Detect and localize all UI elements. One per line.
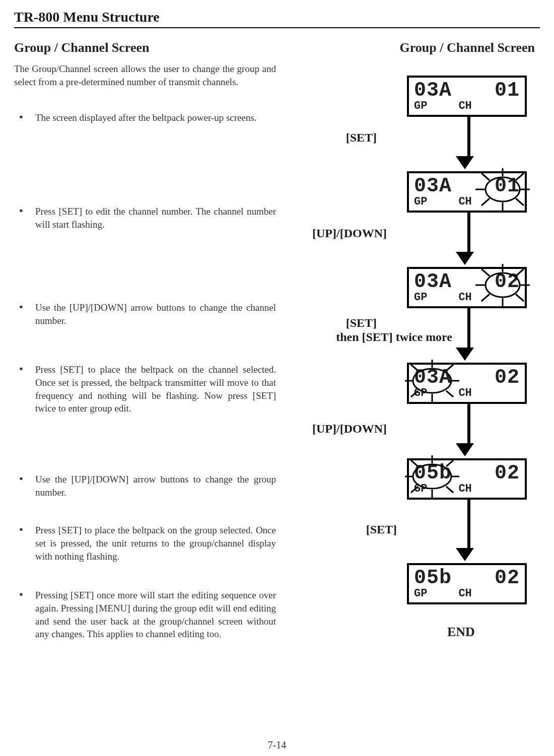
lcd2-gp-label: GP	[414, 196, 427, 208]
bullet-3: Use the [UP]/[DOWN] arrow buttons to cha…	[14, 301, 276, 327]
right-title: Group / Channel Screen	[296, 40, 540, 55]
lcd-screen-6: 05b02 GPCH	[407, 563, 527, 604]
arrow-2	[463, 213, 474, 265]
columns: Group / Channel Screen The Group/Channel…	[14, 38, 540, 720]
lcd-screen-4: 03A02 GPCH	[407, 363, 527, 404]
arrow-1-label: [SET]	[316, 131, 377, 145]
arrow-3-label-a: [SET]	[281, 316, 377, 330]
lcd1-ch: 01	[495, 81, 520, 101]
bullet-2: Press [SET] to edit the channel number. …	[14, 205, 276, 231]
lcd2-ch: 01	[495, 176, 520, 196]
bullet-4: Press [SET] to place the beltpack on the…	[14, 363, 276, 415]
lcd5-ch-label: CH	[458, 484, 471, 495]
bullet-6: Press [SET] to place the beltpack on the…	[14, 524, 276, 563]
lcd2-group: 03A	[414, 176, 452, 196]
lcd2-ch-label: CH	[458, 196, 471, 208]
lcd3-ch-label: CH	[458, 292, 471, 303]
bullet-1: The screen displayed after the beltpack …	[14, 111, 276, 124]
arrow-2-label: [UP]/[DOWN]	[286, 227, 387, 240]
lcd4-gp-label: GP	[414, 388, 427, 399]
lcd-screen-5: 05b02 GPCH	[407, 458, 527, 500]
lcd5-ch: 02	[495, 463, 520, 484]
lcd-screen-3: 03A02 GPCH	[407, 267, 527, 308]
end-label: END	[447, 625, 475, 640]
left-column: Group / Channel Screen The Group/Channel…	[14, 38, 276, 720]
lcd3-group: 03A	[414, 272, 452, 292]
lcd6-ch: 02	[495, 568, 520, 588]
lcd4-ch: 02	[495, 368, 520, 388]
lcd3-ch: 02	[495, 272, 520, 292]
lcd5-group: 05b	[414, 463, 452, 484]
arrow-3-label-b: then [SET] twice more	[271, 330, 452, 344]
lcd6-group: 05b	[414, 568, 452, 588]
arrow-3	[463, 308, 474, 361]
arrow-5-label: [SET]	[336, 523, 397, 536]
lcd5-gp-label: GP	[414, 484, 427, 495]
flow-diagram: 03A01 GPCH [SET] 03A01 GPCH	[296, 76, 540, 720]
page-header: TR-800 Menu Structure	[14, 9, 160, 25]
lcd6-gp-label: GP	[414, 588, 427, 599]
bullet-7: Pressing [SET] once more will start the …	[14, 589, 276, 641]
arrow-4-label: [UP]/[DOWN]	[286, 422, 387, 436]
lcd1-gp-label: GP	[414, 101, 427, 112]
intro-paragraph: The Group/Channel screen allows the user…	[14, 62, 276, 88]
page-number: 7-14	[0, 739, 554, 751]
lcd-screen-2: 03A01 GPCH	[407, 171, 527, 213]
lcd4-ch-label: CH	[458, 388, 471, 399]
lcd6-ch-label: CH	[458, 588, 471, 599]
lcd4-group: 03A	[414, 368, 452, 388]
header-rule: TR-800 Menu Structure	[14, 9, 540, 28]
arrow-1	[463, 117, 474, 169]
arrow-4	[463, 404, 474, 456]
arrow-5	[463, 500, 474, 561]
lcd1-ch-label: CH	[458, 101, 471, 112]
lcd3-gp-label: GP	[414, 292, 427, 303]
bullet-5: Use the [UP]/[DOWN] arrow buttons to cha…	[14, 473, 276, 499]
left-title: Group / Channel Screen	[14, 40, 276, 55]
lcd-screen-1: 03A01 GPCH	[407, 76, 527, 117]
lcd1-group: 03A	[414, 81, 452, 101]
page: TR-800 Menu Structure Group / Channel Sc…	[0, 0, 554, 756]
bullet-list: The screen displayed after the beltpack …	[14, 111, 276, 641]
right-column: Group / Channel Screen 03A01 GPCH [SET] …	[296, 38, 540, 720]
